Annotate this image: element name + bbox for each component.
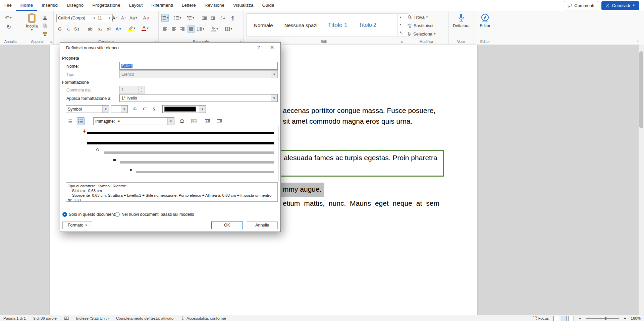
underline-button[interactable]: S▾ [73,25,80,33]
print-layout-button[interactable] [561,316,567,321]
copy-button[interactable] [41,22,48,29]
format-painter-button[interactable] [41,30,48,38]
highlight-color-button[interactable]: ▾ [128,24,135,32]
line-spacing-button[interactable]: ▾ [197,25,204,33]
align-center-button[interactable] [170,25,177,33]
strikethrough-button[interactable]: ab [87,25,94,33]
text-prediction-indicator[interactable]: Completamento del testo: attivato [116,316,173,320]
style-gallery-scroll[interactable]: ▲ ▼ ▼̲ [397,13,403,36]
justify-button[interactable] [187,25,195,33]
tab-disegno[interactable]: Disegno [63,0,88,11]
clear-formatting-button[interactable]: A [143,14,150,22]
help-button[interactable]: ? [253,44,264,52]
tab-file[interactable]: File [0,0,16,11]
find-button[interactable]: Trova ▾ [408,13,428,21]
decrease-indent-button[interactable] [201,14,208,22]
editor-button[interactable]: Editor [474,13,496,28]
cut-button[interactable] [41,14,48,21]
change-case-button[interactable]: Aa▾ [129,14,137,22]
font-color-button[interactable]: A ▾ [142,24,149,32]
style-nessuna-spaziatura[interactable]: Nessuna spaziatura [284,22,317,28]
word-count[interactable]: 9 di 86 parole [33,316,57,320]
insert-picture-button[interactable] [190,117,198,125]
formato-button[interactable]: Formato ▾ [62,221,92,229]
undo-button[interactable]: ↶▾ [5,14,12,22]
grow-font-button[interactable]: A˄ [111,14,118,22]
bullet-size-combo[interactable]: ▼ [111,105,128,113]
web-layout-button[interactable] [568,316,574,321]
bullet-color-dropdown[interactable]: ▼ [162,105,206,113]
page-indicator[interactable]: Pagina 1 di 1 [3,316,26,320]
subscript-button[interactable]: x₂ [97,25,104,33]
gallery-down-icon[interactable]: ▼ [399,23,402,26]
tab-visualizza[interactable]: Visualizza [229,0,258,11]
style-titolo-1[interactable]: Titolo 1 [328,22,347,29]
dictate-button[interactable]: Dettatura [449,13,474,28]
dialog-underline-button[interactable]: S [150,105,158,113]
focus-mode-button[interactable]: Focus [533,316,549,320]
tab-lettere[interactable]: Lettere [177,0,200,11]
tab-progettazione[interactable]: Progettazione [88,0,124,11]
font-name-combo[interactable]: Calibri (Corpo) ▼ [56,14,97,22]
numbering-style-button[interactable] [66,117,74,125]
accessibility-status[interactable]: Accessibilità: conforme [181,316,226,320]
select-button[interactable]: Seleziona ▾ [408,30,436,38]
borders-button[interactable]: ▾ [225,25,232,33]
zoom-slider[interactable] [586,318,619,319]
gallery-more-icon[interactable]: ▼̲ [399,31,402,34]
immagine-dropdown[interactable]: Immagine: ▼ [93,117,174,125]
tab-home[interactable]: Home [16,0,38,11]
sort-button[interactable]: AZ [220,14,227,22]
tab-guida[interactable]: Guida [258,0,279,11]
shrink-font-button[interactable]: A˅ [120,14,127,22]
radio-only-this-document[interactable] [62,212,67,217]
redo-button[interactable]: ↻ [5,23,12,31]
dialog-italic-button[interactable]: C [141,105,148,113]
tab-layout[interactable]: Layout [125,0,147,11]
numbering-button[interactable]: ▾ [174,14,181,22]
paste-button[interactable]: Incolla ▾ [24,13,39,37]
show-paragraph-marks-button[interactable]: ¶ [229,14,236,22]
dialog-titlebar[interactable]: Definisci nuovo stile elenco [60,43,280,53]
zoom-slider-thumb[interactable] [605,317,606,320]
multilevel-list-button[interactable]: ▾ [187,14,194,22]
vertical-scrollbar[interactable] [639,45,644,315]
ok-button[interactable]: OK [211,221,243,229]
zoom-out-button[interactable]: − [579,316,581,320]
bold-button[interactable]: G [56,25,63,33]
cancel-button[interactable]: Annulla [247,221,278,229]
tab-revisione[interactable]: Revisione [200,0,229,11]
collapse-ribbon-icon[interactable]: ⌄ [636,38,639,43]
style-titolo-2[interactable]: Titolo 2 [359,22,376,28]
align-right-button[interactable] [179,25,186,33]
proofing-status[interactable] [64,316,69,320]
increase-indent-button[interactable] [216,117,223,125]
share-button[interactable]: Condividi ▼ [601,1,639,10]
language-indicator[interactable]: Inglese (Stati Uniti) [76,316,109,320]
bullet-style-button[interactable] [77,117,85,125]
zoom-level[interactable]: 160% [631,316,641,320]
text-effects-button[interactable]: A▾ [115,25,122,33]
bullets-button[interactable]: ▾ [161,14,169,22]
replace-button[interactable]: abac Sostituisci [408,22,433,29]
italic-button[interactable]: C [65,25,72,33]
close-icon[interactable]: ✕ [266,44,278,52]
bullet-font-combo[interactable]: Symbol ▼ [66,105,109,113]
read-mode-button[interactable] [553,316,559,321]
align-left-button[interactable] [161,25,168,33]
scrollbar-thumb[interactable] [639,51,643,128]
dialog-bold-button[interactable]: G [131,105,139,113]
applica-dropdown[interactable]: 1° livello ▼ [119,94,278,102]
superscript-button[interactable]: x² [105,25,112,33]
tab-riferimenti[interactable]: Riferimenti [147,0,177,11]
comments-button[interactable]: Commenti [564,1,598,10]
insert-symbol-button[interactable]: Ω [178,117,186,125]
style-normale[interactable]: Normale [254,22,273,28]
radio-new-documents[interactable] [115,212,120,217]
gallery-up-icon[interactable]: ▲ [399,16,402,19]
decrease-indent-button[interactable] [204,117,211,125]
font-size-combo[interactable]: 11 ▼ [96,14,113,22]
tab-inserisci[interactable]: Inserisci [37,0,63,11]
shading-button[interactable]: ▾ [211,25,218,33]
nome-input[interactable]: Stile1 [119,62,278,70]
